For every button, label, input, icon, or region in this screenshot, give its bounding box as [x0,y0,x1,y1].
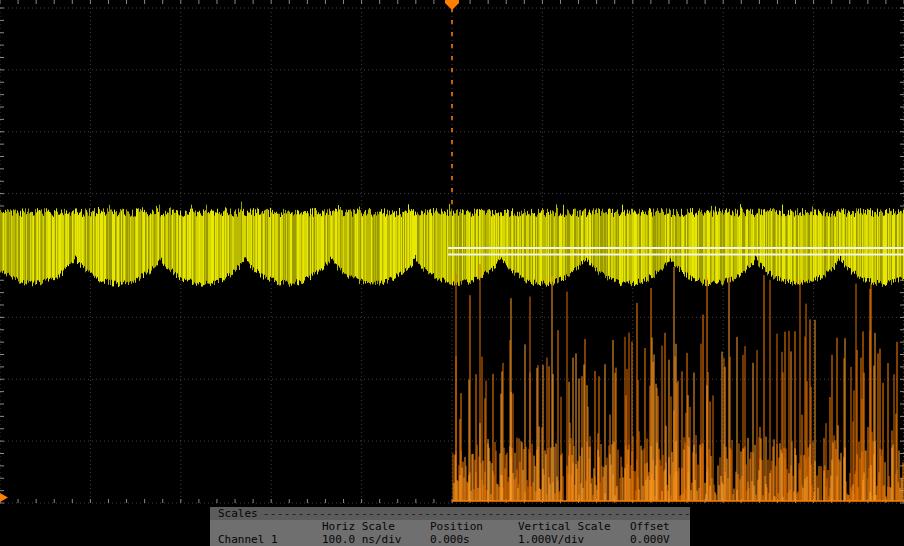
scales-panel: Scales ---------------------------------… [210,507,690,546]
scales-panel-title: Scales [218,507,258,520]
header-vertical-scale: Vertical Scale [518,520,630,533]
scales-panel-title-row: Scales ---------------------------------… [210,507,690,520]
header-name [218,520,322,533]
channel1-scales-row: Channel 1 100.0 ns/div 0.000s 1.000V/div… [210,533,690,546]
scales-panel-divider: ----------------------------------------… [263,507,690,520]
oscilloscope-screen: Scales ---------------------------------… [0,0,904,546]
header-horiz-scale: Horiz Scale [322,520,430,533]
header-position: Position [430,520,518,533]
channel1-position: 0.000s [430,533,518,546]
channel1-label: Channel 1 [218,533,322,546]
channel-ground-marker-icon[interactable] [0,493,8,502]
scales-header-row: Horiz Scale Position Vertical Scale Offs… [210,520,690,533]
header-offset: Offset [630,520,690,533]
waveform-display [0,0,904,546]
channel1-horiz-scale: 100.0 ns/div [322,533,430,546]
channel1-vertical-scale: 1.000V/div [518,533,630,546]
channel1-offset: 0.000V [630,533,690,546]
